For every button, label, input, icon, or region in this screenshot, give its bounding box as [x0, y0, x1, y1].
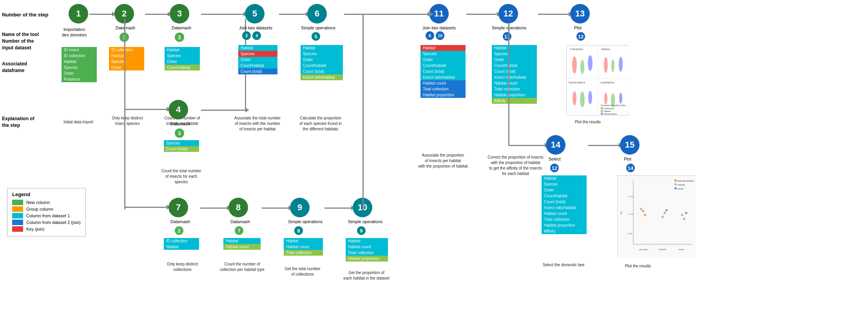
df-step12: Habitat Species Order Count/habitat Coun… [492, 45, 537, 104]
legend-col-dataset2-label: Column from dataset 2 (join) [26, 220, 81, 225]
step-circle-9: 9 [290, 198, 310, 217]
svg-point-8 [572, 56, 577, 74]
explain-9: Get the total numberof collections [279, 266, 326, 277]
arrow-7-8 [200, 208, 228, 209]
svg-point-40 [683, 218, 685, 220]
tool-label-14: Select [549, 157, 561, 161]
arrow-9-10 [324, 208, 352, 209]
svg-text:grassland/subur: grassland/subur [678, 180, 694, 182]
legend-key-join-label: Key (join) [26, 227, 44, 231]
dataset-badge-7: 2 [175, 226, 183, 235]
legend-col-dataset1 [12, 213, 23, 218]
svg-text:natural: natural [659, 248, 666, 251]
step-circle-13: 13 [570, 4, 590, 23]
svg-text:Diptera: Diptera [601, 48, 610, 51]
svg-point-35 [644, 214, 646, 216]
explain-1: Initial data import [59, 119, 98, 125]
step-circle-3: 3 [170, 4, 189, 23]
legend-new-column [12, 200, 23, 205]
legend-col-dataset1-label: Column from dataset 1 [26, 213, 70, 218]
svg-point-42 [685, 212, 687, 214]
row-label-explanation: Explanation ofthe step [2, 115, 34, 129]
svg-point-15 [580, 92, 585, 107]
svg-point-16 [588, 91, 592, 104]
df-step11: Habitat Species Order Count/habitat Coun… [420, 45, 466, 98]
dataset-badge-5b: 4 [252, 31, 261, 40]
dataset-badge-6: 5 [312, 32, 320, 41]
df-step5: Habitat Species Order Count/habitat Coun… [238, 45, 277, 74]
svg-text:Coleoptera: Coleoptera [570, 48, 583, 51]
tool-label-9: Simple operations [288, 219, 323, 224]
svg-text:Groupby Groupby Orde...: Groupby Groupby Orde... [601, 104, 627, 106]
plot-15: V1 grasslan natural urban grassland/subu… [617, 175, 696, 258]
plot-13: Coleoptera Diptera Hymenoptera Lepidopte… [566, 45, 629, 115]
step-circle-1: 1 [69, 4, 88, 23]
step-circle-5: 5 [245, 4, 265, 23]
arrow-12-14-h [508, 145, 545, 146]
explain-7: Only keep distinctcollections [160, 262, 205, 272]
svg-point-43 [674, 179, 677, 182]
svg-point-11 [604, 57, 608, 73]
dataset-badge-5a: 3 [242, 31, 251, 40]
tool-label-7: Datamash [170, 219, 190, 224]
arrow-12-14-v [508, 23, 509, 146]
arrow-2-4-h [124, 109, 167, 110]
svg-point-17 [604, 93, 607, 105]
legend-key-join [12, 226, 23, 232]
arrow-10-11-trunk-h [362, 14, 430, 15]
arrow-8-9 [262, 208, 289, 209]
explain-10: Get the proportion ofeach habitat in the… [341, 270, 392, 281]
tool-label-5: Join two datasets [239, 25, 272, 30]
dataset-badge-10: 9 [357, 226, 366, 235]
df-step1: ID insect ID collection Habitat Species … [62, 47, 97, 82]
svg-point-45 [674, 183, 677, 186]
explain-15: Plot the results [618, 263, 658, 269]
svg-point-10 [588, 55, 593, 71]
arrow-12-13 [538, 14, 569, 15]
tool-label-2: Datamash [116, 25, 135, 30]
svg-text:Diptera: Diptera [604, 110, 611, 112]
svg-point-13 [619, 57, 623, 72]
svg-text:grasslan: grasslan [639, 248, 648, 251]
row-label-dataframe: Associateddataframe [2, 61, 27, 74]
step-circle-7: 7 [169, 198, 188, 217]
main-vertical-trunk [124, 19, 125, 209]
svg-text:V1: V1 [620, 211, 623, 215]
explain-14: Select the domestic bee [540, 262, 587, 268]
arrow-3-5 [201, 14, 244, 15]
arrow-4-5-h [201, 110, 246, 111]
tool-label-8: Datamash [230, 219, 250, 224]
legend-group-column-label: Group column [26, 207, 53, 211]
svg-text:natural: natural [678, 184, 685, 186]
tool-label-13: Plot [574, 25, 582, 30]
tool-label-1: Importationdes données [62, 27, 87, 38]
tool-label-10: Simple operations [348, 219, 382, 224]
svg-point-12 [611, 60, 614, 72]
explain-4: Count the total numberof insects for eac… [159, 168, 204, 185]
svg-text:0.05-: 0.05- [629, 195, 634, 198]
arrow-11-12 [466, 14, 498, 15]
svg-text:urban: urban [678, 248, 684, 251]
legend-new-column-label: New column [26, 200, 50, 205]
tool-label-6: Simple operations [301, 25, 335, 30]
df-step10: Habitat Habitat count Total collection H… [346, 238, 388, 262]
step-circle-14: 14 [546, 135, 565, 155]
df-step9: Habitat Habitat count Total collection [284, 238, 323, 256]
explain-2: Only keep distinctinsect species [106, 115, 149, 126]
explain-11: Associate the proportionof insects per h… [415, 153, 471, 169]
svg-rect-21 [601, 107, 603, 109]
step-circle-15: 15 [620, 135, 640, 155]
row-label-tool: Name of the toolNumber of theinput datas… [2, 31, 39, 51]
arrow-5-6 [279, 14, 306, 15]
df-step4: Species Count (total) [164, 140, 199, 152]
step-circle-8: 8 [228, 198, 248, 217]
svg-point-37 [663, 212, 666, 214]
arrow-2-7-h [124, 207, 167, 208]
svg-text:Hymenoptera: Hymenoptera [569, 81, 585, 84]
svg-point-19 [619, 93, 622, 104]
svg-rect-25 [601, 113, 603, 115]
dataset-badge-11b: 10 [436, 31, 444, 40]
arrow-10-11-trunk-v [362, 14, 364, 209]
svg-point-9 [580, 60, 584, 74]
explain-13: Plot the results [568, 119, 607, 125]
